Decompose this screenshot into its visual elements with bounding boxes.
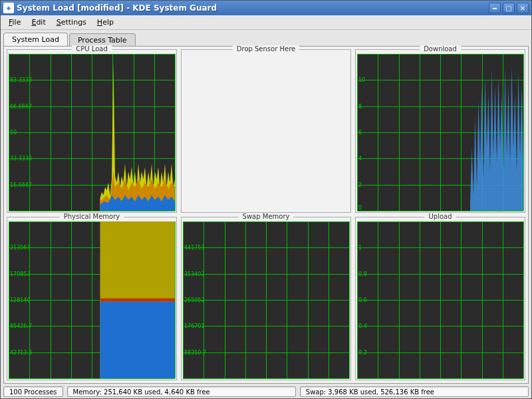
- titlebar[interactable]: ◈ System Load [modified] - KDE System Gu…: [1, 1, 531, 15]
- menu-file[interactable]: File: [3, 17, 26, 28]
- y-tick: 85426.7: [10, 323, 32, 329]
- window-controls: ━ ▢ ✕: [489, 3, 529, 13]
- panel-physical-memory[interactable]: Physical Memory 213567 170853 128140 854…: [7, 217, 177, 380]
- y-tick: 0: [358, 205, 362, 211]
- menubar: File Edit Settings Help: [1, 15, 531, 30]
- graph-cpu: 83.3333 66.6667 50 33.3333 16.6667: [9, 54, 175, 211]
- main-window: ◈ System Load [modified] - KDE System Gu…: [0, 0, 532, 399]
- y-tick: 50: [10, 130, 17, 136]
- y-tick: 2: [358, 182, 362, 188]
- content-area: CPU Load 83.3333 66.6667 50 33.3333 16.6…: [3, 46, 529, 384]
- graph-swap: 441753 353402 265052 176701 88350.7: [183, 221, 349, 378]
- status-processes: 100 Processes: [3, 386, 63, 397]
- y-tick: 88350.7: [184, 349, 206, 355]
- y-tick: 128140: [10, 297, 31, 303]
- y-tick: 10: [358, 77, 365, 83]
- app-icon: ◈: [3, 3, 14, 13]
- y-tick: 176701: [184, 323, 205, 329]
- maximize-button[interactable]: ▢: [503, 3, 515, 13]
- svg-rect-2: [100, 301, 176, 378]
- panel-title: Download: [420, 45, 461, 53]
- panel-cpu-load[interactable]: CPU Load 83.3333 66.6667 50 33.3333 16.6…: [7, 49, 177, 213]
- y-tick: 0.2: [358, 349, 367, 355]
- status-memory: Memory: 251,640 KB used, 4,640 KB free: [67, 386, 296, 397]
- status-swap: Swap: 3,968 KB used, 526,136 KB free: [300, 386, 529, 397]
- y-tick: 16.6667: [10, 182, 32, 188]
- y-tick: 213567: [10, 245, 31, 251]
- menu-edit[interactable]: Edit: [26, 17, 51, 28]
- physmem-series: [9, 221, 175, 378]
- panel-title: CPU Load: [72, 45, 112, 53]
- tabbar: System Load Process Table: [1, 30, 531, 46]
- panel-title: Upload: [424, 213, 456, 220]
- y-tick: 0.6: [358, 297, 367, 303]
- y-tick: 265052: [184, 297, 205, 303]
- y-tick: 353402: [184, 271, 205, 277]
- minimize-button[interactable]: ━: [489, 3, 501, 13]
- grid: [357, 221, 523, 378]
- download-series: [357, 54, 523, 211]
- y-tick: 4: [358, 156, 362, 162]
- menu-settings[interactable]: Settings: [51, 17, 92, 28]
- y-tick: 6: [358, 130, 362, 136]
- panel-title: Drop Sensor Here: [233, 45, 299, 53]
- panel-title: Swap Memory: [239, 213, 294, 220]
- graph-download: 10 8 6 4 2 0: [357, 54, 523, 211]
- grid: [183, 221, 349, 378]
- y-tick: 0.4: [358, 323, 367, 329]
- panel-drop-sensor[interactable]: Drop Sensor Here: [181, 49, 351, 213]
- svg-rect-1: [100, 299, 176, 302]
- panel-download[interactable]: Download 10 8 6 4 2 0: [355, 49, 525, 213]
- y-tick: 0.8: [358, 271, 367, 277]
- menu-help[interactable]: Help: [92, 17, 119, 28]
- tab-system-load[interactable]: System Load: [3, 33, 68, 46]
- close-button[interactable]: ✕: [517, 3, 529, 13]
- y-tick: 83.3333: [10, 77, 32, 83]
- statusbar: 100 Processes Memory: 251,640 KB used, 4…: [1, 385, 531, 398]
- cpu-series: [9, 54, 175, 211]
- y-tick: 33.3333: [10, 156, 32, 162]
- panel-title: Physical Memory: [60, 213, 124, 220]
- y-tick: 441753: [184, 245, 205, 251]
- y-tick: 8: [358, 103, 362, 109]
- graph-upload: 1 0.8 0.6 0.4 0.2: [357, 221, 523, 378]
- y-tick: 1: [358, 245, 362, 251]
- tab-process-table[interactable]: Process Table: [69, 33, 136, 47]
- window-title: System Load [modified] - KDE System Guar…: [17, 3, 489, 13]
- y-tick: 42713.3: [10, 349, 32, 355]
- y-tick: 66.6667: [10, 103, 32, 109]
- y-tick: 170853: [10, 271, 31, 277]
- drop-area[interactable]: [183, 54, 349, 211]
- panel-swap-memory[interactable]: Swap Memory 441753 353402 265052 176701 …: [181, 217, 351, 380]
- graph-physmem: 213567 170853 128140 85426.7 42713.3: [9, 221, 175, 378]
- panel-upload[interactable]: Upload 1 0.8 0.6 0.4 0.2: [355, 217, 525, 380]
